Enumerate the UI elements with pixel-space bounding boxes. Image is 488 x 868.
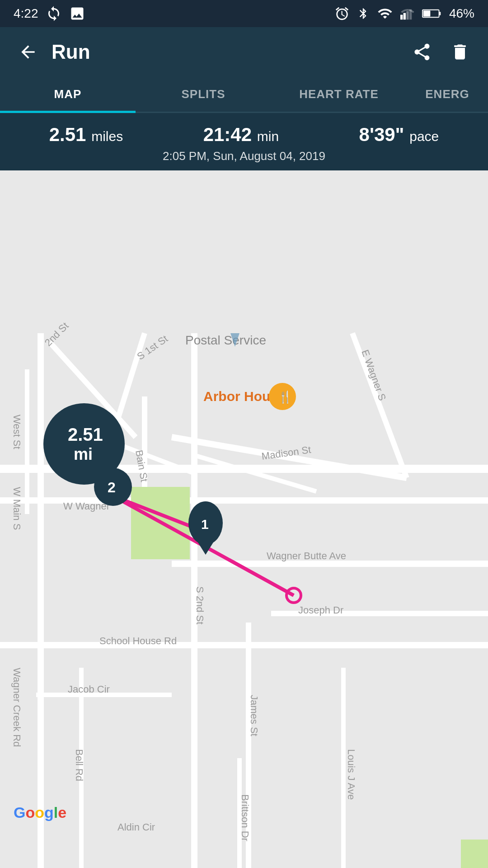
svg-text:Louis J Ave: Louis J Ave: [346, 749, 357, 800]
svg-text:2.51: 2.51: [68, 425, 103, 444]
status-right: 46%: [334, 6, 474, 21]
map-container[interactable]: 2nd St S 1st St E Wagner S West St Bain …: [0, 170, 488, 868]
battery-percent: 46%: [449, 6, 474, 21]
tab-heart-rate[interactable]: HEART RATE: [271, 77, 407, 112]
share-button[interactable]: [412, 42, 432, 62]
svg-rect-0: [400, 15, 403, 20]
svg-text:2: 2: [108, 479, 116, 495]
wifi-icon: [377, 6, 393, 21]
svg-text:Joseph Dr: Joseph Dr: [298, 604, 343, 616]
svg-text:Postal Service: Postal Service: [185, 333, 266, 347]
stats-row: 2.51 miles 21:42 min 8'39" pace: [9, 124, 479, 146]
run-date: 2:05 PM, Sun, August 04, 2019: [9, 149, 479, 163]
tab-map[interactable]: MAP: [0, 77, 136, 112]
svg-text:Jacob Cir: Jacob Cir: [68, 684, 110, 695]
status-left: 4:22: [14, 5, 85, 22]
svg-rect-6: [423, 11, 431, 17]
time: 4:22: [14, 6, 38, 21]
svg-text:Bell Rd: Bell Rd: [74, 749, 85, 781]
stat-duration: 21:42 min: [203, 124, 279, 146]
svg-text:mi: mi: [74, 445, 93, 463]
stat-distance: 2.51 miles: [49, 124, 123, 146]
duration-value: 21:42 min: [203, 124, 279, 145]
svg-text:Brittson Dr: Brittson Dr: [239, 794, 251, 841]
map-svg: 2nd St S 1st St E Wagner S West St Bain …: [0, 170, 488, 868]
app-bar-left: Run: [18, 41, 90, 63]
back-button[interactable]: [18, 42, 38, 62]
delete-button[interactable]: [450, 42, 470, 62]
stat-pace: 8'39" pace: [359, 124, 439, 146]
svg-text:Aldin Cir: Aldin Cir: [117, 821, 155, 833]
page-title: Run: [52, 41, 90, 63]
svg-text:Wagner Butte Ave: Wagner Butte Ave: [267, 550, 346, 561]
tab-bar: MAP SPLITS HEART RATE ENERG: [0, 77, 488, 113]
bluetooth-icon: [357, 6, 370, 21]
svg-text:West St: West St: [11, 415, 23, 449]
svg-text:Wagner Creek Rd: Wagner Creek Rd: [11, 668, 23, 747]
google-logo: Google: [14, 804, 66, 821]
svg-rect-5: [439, 12, 441, 15]
tab-splits[interactable]: SPLITS: [136, 77, 271, 112]
svg-rect-2: [406, 11, 408, 20]
svg-rect-7: [0, 170, 488, 868]
gallery-icon: [69, 5, 85, 22]
svg-text:S 2nd St: S 2nd St: [194, 586, 206, 624]
battery-icon: [422, 6, 442, 21]
app-bar: Run: [0, 27, 488, 77]
tab-energy[interactable]: ENERG: [407, 77, 488, 112]
svg-rect-3: [409, 9, 412, 20]
svg-text:1: 1: [201, 517, 209, 532]
svg-text:🍴: 🍴: [278, 390, 293, 404]
svg-rect-29: [461, 840, 488, 868]
svg-rect-1: [404, 13, 406, 20]
app-bar-actions: [412, 42, 470, 62]
pace-value: 8'39" pace: [359, 124, 439, 145]
distance-value: 2.51 miles: [49, 124, 123, 145]
alarm-icon: [334, 6, 350, 21]
svg-text:James St: James St: [249, 695, 260, 736]
stats-bar: 2.51 miles 21:42 min 8'39" pace 2:05 PM,…: [0, 113, 488, 170]
sync-icon: [46, 5, 62, 22]
svg-text:W Main S: W Main S: [11, 487, 23, 530]
svg-text:School House Rd: School House Rd: [99, 635, 177, 646]
signal-icon: [400, 6, 415, 21]
status-bar: 4:22 46%: [0, 0, 488, 27]
